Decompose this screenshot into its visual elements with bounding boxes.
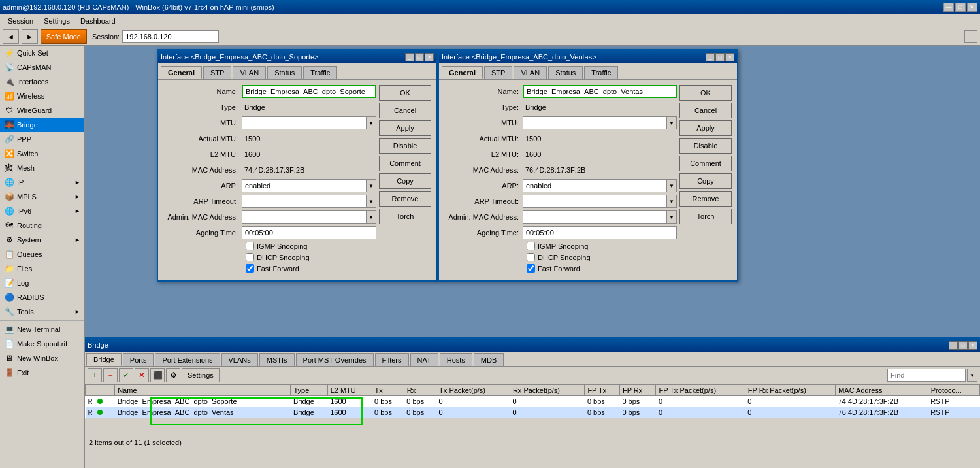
ventas-name-input[interactable]: [523, 85, 677, 98]
back-button[interactable]: ◄: [3, 29, 19, 44]
dialog-ventas-close[interactable]: ✕: [725, 53, 734, 61]
soporte-name-input[interactable]: [242, 85, 376, 98]
soporte-mtu-arrow[interactable]: ▼: [366, 116, 376, 129]
sidebar-item-bridge[interactable]: 🌉 Bridge: [0, 118, 84, 132]
tab-soporte-vlan[interactable]: VLAN: [233, 66, 266, 79]
sidebar-item-ppp[interactable]: 🔗 PPP: [0, 132, 84, 146]
col-rx[interactable]: Rx: [404, 385, 436, 396]
sidebar-item-radius[interactable]: 🔵 RADIUS: [0, 290, 84, 305]
ventas-disable-button[interactable]: Disable: [679, 138, 732, 154]
table-row[interactable]: R Bridge_Empresa_ABC_dpto_Soporte Bridge…: [86, 396, 980, 407]
dialog-ventas-minimize[interactable]: _: [706, 53, 715, 61]
sidebar-item-exit[interactable]: 🚪 Exit: [0, 365, 84, 380]
ventas-mtu-input[interactable]: [523, 116, 666, 129]
ventas-copy-button[interactable]: Copy: [679, 173, 732, 189]
tab-bridge-mdb[interactable]: MDB: [474, 353, 504, 366]
ventas-cancel-button[interactable]: Cancel: [679, 103, 732, 118]
tab-ventas-stp[interactable]: STP: [484, 66, 512, 79]
ventas-arp-arrow[interactable]: ▼: [666, 179, 677, 192]
sidebar-item-mpls[interactable]: 📦 MPLS ►: [0, 190, 84, 204]
sidebar-item-ipv6[interactable]: 🌐 IPv6 ►: [0, 204, 84, 218]
forward-button[interactable]: ►: [22, 29, 38, 44]
sidebar-item-mesh[interactable]: 🕸 Mesh: [0, 161, 84, 175]
find-input[interactable]: [887, 369, 966, 382]
bridge-panel-minimize[interactable]: _: [949, 341, 958, 350]
menu-session[interactable]: Session: [3, 16, 39, 26]
tab-ventas-status[interactable]: Status: [548, 66, 583, 79]
dialog-soporte-title-bar[interactable]: Interface <Bridge_Empresa_ABC_dpto_Sopor…: [158, 50, 436, 63]
ventas-ok-button[interactable]: OK: [679, 85, 732, 101]
soporte-copy-button[interactable]: Copy: [379, 173, 431, 189]
col-fp-tx-packet[interactable]: FP Tx Packet(p/s): [656, 385, 745, 396]
ventas-dhcp-checkbox[interactable]: [527, 253, 535, 261]
soporte-disable-button[interactable]: Disable: [379, 138, 431, 154]
soporte-remove-button[interactable]: Remove: [379, 191, 431, 207]
ventas-apply-button[interactable]: Apply: [679, 120, 732, 136]
soporte-arp-arrow[interactable]: ▼: [366, 179, 376, 192]
soporte-igmp-checkbox[interactable]: [246, 242, 254, 250]
tab-bridge-hosts[interactable]: Hosts: [440, 353, 472, 366]
check-button[interactable]: ✓: [119, 368, 133, 382]
col-fp-tx[interactable]: FP Tx: [585, 385, 620, 396]
maximize-button[interactable]: □: [955, 3, 966, 12]
col-fp-rx[interactable]: FP Rx: [619, 385, 656, 396]
col-l2mtu[interactable]: L2 MTU: [327, 385, 372, 396]
tab-bridge-nat[interactable]: NAT: [410, 353, 438, 366]
table-row[interactable]: R Bridge_Empresa_ABC_dpto_Ventas Bridge …: [86, 407, 980, 418]
tab-bridge-bridge[interactable]: Bridge: [86, 353, 122, 366]
sidebar-item-interfaces[interactable]: 🔌 Interfaces: [0, 75, 84, 89]
sidebar-item-queues[interactable]: 📋 Queues: [0, 247, 84, 261]
menu-settings[interactable]: Settings: [39, 16, 75, 26]
col-tx[interactable]: Tx: [372, 385, 404, 396]
tab-bridge-filters[interactable]: Filters: [375, 353, 409, 366]
soporte-comment-button[interactable]: Comment: [379, 156, 431, 171]
bridge-panel-close[interactable]: ✕: [968, 341, 977, 350]
toolbar-corner-button[interactable]: [964, 30, 977, 43]
col-fp-rx-packet[interactable]: FP Rx Packet(p/s): [745, 385, 835, 396]
bridge-panel-maximize[interactable]: □: [958, 341, 968, 350]
settings-button[interactable]: Settings: [182, 368, 220, 382]
tab-soporte-traffic[interactable]: Traffic: [303, 66, 337, 79]
sidebar-item-new-terminal[interactable]: 💻 New Terminal: [0, 322, 84, 337]
find-dropdown[interactable]: ▼: [967, 369, 977, 382]
tab-soporte-stp[interactable]: STP: [203, 66, 231, 79]
soporte-admin-mac-input[interactable]: [242, 210, 366, 224]
soporte-admin-mac-arrow[interactable]: ▼: [366, 210, 376, 224]
dialog-ventas-maximize[interactable]: □: [715, 53, 725, 61]
sidebar-item-log[interactable]: 📝 Log: [0, 276, 84, 290]
sidebar-item-routing[interactable]: 🗺 Routing: [0, 218, 84, 233]
soporte-ageing-input[interactable]: [242, 226, 376, 239]
sidebar-item-wireguard[interactable]: 🛡 WireGuard: [0, 103, 84, 118]
soporte-cancel-button[interactable]: Cancel: [379, 103, 431, 118]
sidebar-item-wireless[interactable]: 📶 Wireless: [0, 89, 84, 103]
soporte-arp-input[interactable]: [242, 179, 366, 192]
safe-mode-button[interactable]: Safe Mode: [41, 29, 87, 44]
session-input[interactable]: [122, 30, 219, 43]
ventas-remove-button[interactable]: Remove: [679, 191, 732, 207]
tab-bridge-port-extensions[interactable]: Port Extensions: [155, 353, 220, 366]
sidebar-item-files[interactable]: 📁 Files: [0, 261, 84, 276]
soporte-torch-button[interactable]: Torch: [379, 209, 431, 224]
sidebar-item-make-supout[interactable]: 📄 Make Supout.rif: [0, 337, 84, 351]
tab-bridge-ports[interactable]: Ports: [123, 353, 154, 366]
tab-soporte-status[interactable]: Status: [267, 66, 302, 79]
ventas-admin-mac-arrow[interactable]: ▼: [666, 210, 677, 224]
menu-dashboard[interactable]: Dashboard: [75, 16, 121, 26]
soporte-fastforward-checkbox[interactable]: [246, 264, 254, 273]
tab-bridge-mstis[interactable]: MSTIs: [259, 353, 295, 366]
filter-button[interactable]: ⚙: [166, 368, 180, 382]
ventas-mtu-arrow[interactable]: ▼: [666, 116, 677, 129]
col-protocol[interactable]: Protoco...: [928, 385, 979, 396]
ventas-ageing-input[interactable]: [523, 226, 677, 239]
ventas-admin-mac-input[interactable]: [523, 210, 666, 224]
minimize-button[interactable]: —: [943, 3, 954, 12]
ventas-igmp-checkbox[interactable]: [527, 242, 535, 250]
soporte-arp-timeout-arrow[interactable]: ▼: [366, 195, 376, 208]
tab-soporte-general[interactable]: General: [161, 66, 202, 79]
ventas-arp-input[interactable]: [523, 179, 666, 192]
col-type[interactable]: Type: [291, 385, 327, 396]
col-name[interactable]: Name: [115, 385, 291, 396]
sidebar-item-tools[interactable]: 🔧 Tools ►: [0, 305, 84, 319]
soporte-arp-timeout-input[interactable]: [242, 195, 366, 208]
close-button[interactable]: ✕: [967, 3, 977, 12]
